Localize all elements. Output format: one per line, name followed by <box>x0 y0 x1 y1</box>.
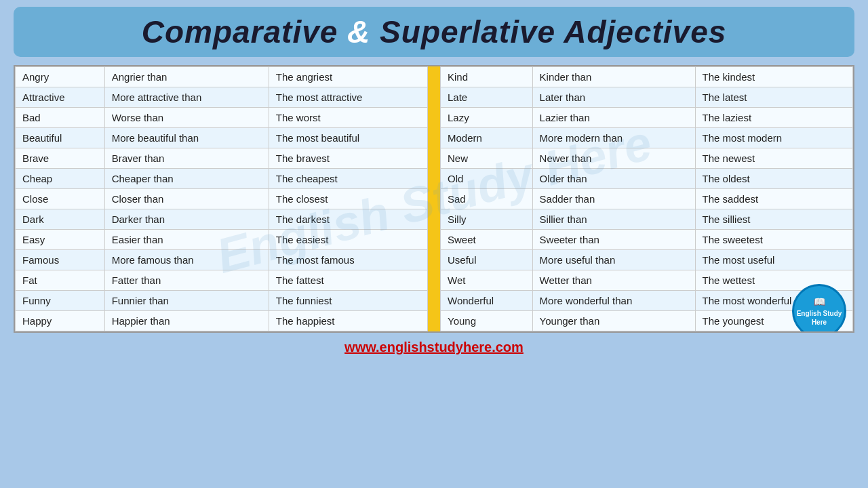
title-part2: Superlative Adjectives <box>370 14 726 49</box>
left-superlative-4: The bravest <box>269 148 427 169</box>
left-adjective-4: Brave <box>16 148 105 169</box>
left-comparative-3: More beautiful than <box>104 128 269 148</box>
right-table: KindKinder thanThe kindestLateLater than… <box>440 66 853 331</box>
right-comparative-8: Sweeter than <box>532 230 695 250</box>
right-superlative-9: The most useful <box>695 250 852 270</box>
left-adjective-2: Bad <box>16 108 105 128</box>
left-comparative-9: More famous than <box>104 250 269 270</box>
left-adjective-7: Dark <box>16 209 105 230</box>
left-superlative-8: The easiest <box>269 230 427 250</box>
right-comparative-6: Sadder than <box>532 189 695 209</box>
left-comparative-7: Darker than <box>104 209 269 230</box>
right-superlative-3: The most modern <box>695 128 852 148</box>
divider <box>428 66 440 331</box>
left-adjective-0: Angry <box>16 67 105 87</box>
left-adjective-6: Close <box>16 189 105 209</box>
right-comparative-10: Wetter than <box>532 270 695 291</box>
left-superlative-2: The worst <box>269 108 427 128</box>
left-comparative-10: Fatter than <box>104 270 269 291</box>
right-adjective-0: Kind <box>441 67 533 87</box>
left-superlative-9: The most famous <box>269 250 427 270</box>
right-adjective-2: Lazy <box>441 108 533 128</box>
right-comparative-5: Older than <box>532 169 695 189</box>
right-comparative-11: More wonderful than <box>532 291 695 311</box>
left-superlative-5: The cheapest <box>269 169 427 189</box>
logo-line1: English Study <box>797 309 842 318</box>
title-amp: & <box>347 14 370 49</box>
title-bar: Comparative & Superlative Adjectives <box>14 7 854 57</box>
left-table: AngryAngrier thanThe angriestAttractiveM… <box>15 66 428 331</box>
left-comparative-11: Funnier than <box>104 291 269 311</box>
left-adjective-11: Funny <box>16 291 105 311</box>
right-superlative-7: The silliest <box>695 209 852 230</box>
right-comparative-2: Lazier than <box>532 108 695 128</box>
logo-line2: Here <box>812 318 827 327</box>
right-comparative-1: Later than <box>532 87 695 108</box>
right-comparative-0: Kinder than <box>532 67 695 87</box>
left-comparative-12: Happier than <box>104 311 269 331</box>
left-adjective-8: Easy <box>16 230 105 250</box>
right-adjective-1: Late <box>441 87 533 108</box>
left-comparative-6: Closer than <box>104 189 269 209</box>
logo-badge: 📖 English Study Here <box>792 284 846 333</box>
left-superlative-3: The most beautiful <box>269 128 427 148</box>
right-superlative-8: The sweetest <box>695 230 852 250</box>
right-comparative-3: More modern than <box>532 128 695 148</box>
left-adjective-5: Cheap <box>16 169 105 189</box>
right-comparative-4: Newer than <box>532 148 695 169</box>
left-adjective-9: Famous <box>16 250 105 270</box>
left-comparative-2: Worse than <box>104 108 269 128</box>
right-superlative-6: The saddest <box>695 189 852 209</box>
right-adjective-8: Sweet <box>441 230 533 250</box>
left-superlative-12: The happiest <box>269 311 427 331</box>
left-comparative-1: More attractive than <box>104 87 269 108</box>
main-table-wrapper: English Study Here AngryAngrier thanThe … <box>14 65 854 333</box>
right-superlative-0: The kindest <box>695 67 852 87</box>
right-comparative-7: Sillier than <box>532 209 695 230</box>
left-comparative-5: Cheaper than <box>104 169 269 189</box>
tables-container: AngryAngrier thanThe angriestAttractiveM… <box>15 66 853 331</box>
footer-url: www.englishstudyhere.com <box>344 340 524 355</box>
bottom-area: www.englishstudyhere.com <box>14 333 854 355</box>
left-adjective-3: Beautiful <box>16 128 105 148</box>
right-adjective-7: Silly <box>441 209 533 230</box>
right-superlative-4: The newest <box>695 148 852 169</box>
right-comparative-12: Younger than <box>532 311 695 331</box>
right-adjective-9: Useful <box>441 250 533 270</box>
left-superlative-7: The darkest <box>269 209 427 230</box>
right-adjective-4: New <box>441 148 533 169</box>
left-adjective-10: Fat <box>16 270 105 291</box>
left-adjective-1: Attractive <box>16 87 105 108</box>
page-title: Comparative & Superlative Adjectives <box>27 14 841 50</box>
left-superlative-10: The fattest <box>269 270 427 291</box>
right-adjective-6: Sad <box>441 189 533 209</box>
left-superlative-11: The funniest <box>269 291 427 311</box>
left-superlative-1: The most attractive <box>269 87 427 108</box>
left-adjective-12: Happy <box>16 311 105 331</box>
right-adjective-10: Wet <box>441 270 533 291</box>
right-comparative-9: More useful than <box>532 250 695 270</box>
left-comparative-0: Angrier than <box>104 67 269 87</box>
right-adjective-3: Modern <box>441 128 533 148</box>
right-adjective-11: Wonderful <box>441 291 533 311</box>
left-superlative-0: The angriest <box>269 67 427 87</box>
logo-icon: 📖 <box>814 296 825 308</box>
left-comparative-8: Easier than <box>104 230 269 250</box>
left-comparative-4: Braver than <box>104 148 269 169</box>
right-superlative-2: The laziest <box>695 108 852 128</box>
right-superlative-5: The oldest <box>695 169 852 189</box>
right-adjective-5: Old <box>441 169 533 189</box>
right-adjective-12: Young <box>441 311 533 331</box>
title-part1: Comparative <box>142 14 347 49</box>
left-superlative-6: The closest <box>269 189 427 209</box>
right-superlative-1: The latest <box>695 87 852 108</box>
